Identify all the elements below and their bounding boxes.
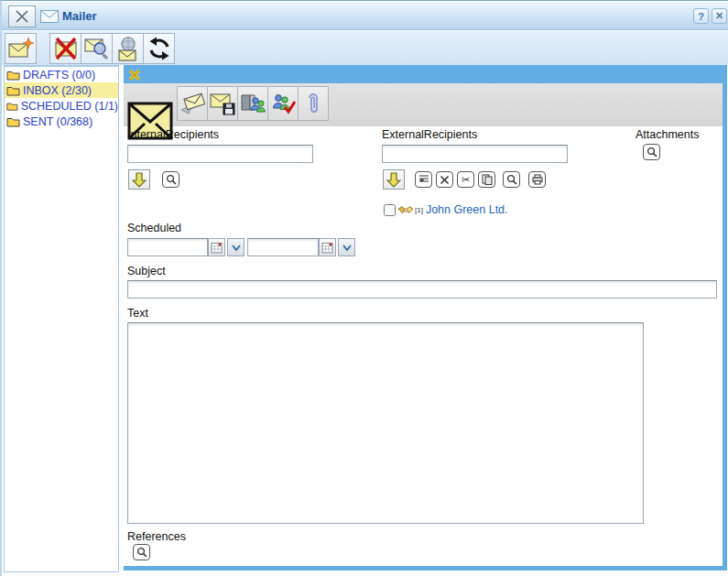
panel-close-icon[interactable] [128,69,141,82]
contacts-check-icon [270,92,296,115]
select-contacts-button[interactable] [267,86,299,121]
address-book-icon [240,92,266,115]
panel-tab-strip [124,67,723,83]
chevron-down-icon [342,245,352,251]
attachments-search-button[interactable] [643,144,660,160]
external-search-button[interactable] [503,171,520,188]
attachments-label: Attachments [636,128,699,141]
internal-search-button[interactable] [162,171,179,188]
sidebar-item-scheduled[interactable]: SCHEDULED (1/1) [5,98,118,114]
internal-add-button[interactable] [128,169,150,190]
panel-toolbar [124,83,723,126]
save-draft-button[interactable] [207,86,238,121]
magnifier-icon [506,174,517,185]
folder-icon [6,70,20,81]
sidebar-item-sent[interactable]: SENT (0/368) [5,114,118,129]
scheduled-date-calendar-button[interactable] [208,238,225,256]
help-button[interactable]: ? [693,8,709,24]
handshake-icon [398,205,413,215]
main-toolbar [2,31,728,65]
send-mail-icon [179,92,205,115]
mail-icon [40,10,59,23]
external-recipients-input[interactable] [382,145,568,163]
send-message-button[interactable] [177,86,208,121]
x-icon [440,175,450,185]
text-label: Text [127,307,148,320]
down-arrow-icon [132,172,147,188]
references-search-button[interactable] [133,544,150,560]
scheduled-time-picker [247,238,355,256]
address-book-button[interactable] [237,86,268,121]
external-delete-button[interactable] [436,171,453,188]
delete-message-button[interactable] [49,33,81,64]
folder-label: SCHEDULED (1/1) [21,100,118,113]
folder-label: SENT (0/368) [23,115,92,128]
scheduled-date-input[interactable] [127,238,208,256]
external-print-button[interactable] [528,171,546,188]
scheduled-time-input[interactable] [247,238,319,256]
close-x-label: ✕ [715,10,723,22]
internal-recipients-input[interactable] [127,145,313,163]
sidebar-item-drafts[interactable]: DRAFTS (0/0) [5,67,118,82]
copy-icon [482,174,493,185]
internal-recipients-label: InternalRecipients [127,128,219,141]
references-label: References [127,530,186,543]
mailer-window: Mailer ? ✕ [0,0,728,576]
new-mail-icon [8,37,34,60]
refresh-icon [147,37,171,60]
save-mail-icon [210,92,235,115]
external-cut-button[interactable]: ✂ [457,171,474,188]
new-message-button[interactable] [5,33,37,64]
help-label: ? [698,11,704,22]
folder-sidebar: DRAFTS (0/0) INBOX (2/30) SCHEDULED (1/1… [4,65,119,572]
recipient-checkbox[interactable] [384,204,396,216]
scheduled-time-dropdown-button[interactable] [338,238,355,256]
delete-mail-icon [53,37,79,60]
select-all-icon [418,174,429,185]
external-add-button[interactable] [383,169,405,190]
magnifier-icon [647,147,657,158]
search-mail-icon [84,37,110,60]
close-icon [14,9,30,24]
message-text-area[interactable] [127,322,644,524]
sidebar-item-inbox[interactable]: INBOX (2/30) [5,82,118,98]
recipient-index-marker: [1] [415,206,423,214]
folder-icon [6,85,20,96]
refresh-button[interactable] [143,33,175,64]
search-messages-button[interactable] [81,33,113,64]
scheduled-date-picker [127,238,244,256]
folder-icon [6,116,20,127]
external-copy-button[interactable] [478,171,495,188]
folder-label: DRAFTS (0/0) [23,69,95,82]
subject-input[interactable] [127,280,717,299]
titlebar-close-button[interactable]: ✕ [712,8,727,24]
recipient-link[interactable]: John Green Ltd. [426,203,508,216]
magnifier-icon [136,547,147,558]
scheduled-date-dropdown-button[interactable] [227,238,244,256]
paperclip-icon [305,91,321,116]
recipient-suggestion-row: [1] John Green Ltd. [384,203,508,216]
subject-label: Subject [127,265,166,277]
title-bar: Mailer ? ✕ [2,2,728,30]
window-close-button[interactable] [8,5,36,27]
external-select-all-button[interactable] [415,171,432,188]
scheduled-label: Scheduled [127,222,181,234]
printer-icon [532,174,543,185]
folder-label: INBOX (2/30) [23,84,92,97]
scissors-icon: ✂ [462,175,470,185]
attach-file-button[interactable] [298,86,329,121]
send-receive-web-button[interactable] [112,33,144,64]
compose-panel: InternalRecipients ExternalRecipients [124,65,727,571]
globe-mail-icon [115,37,141,61]
down-arrow-icon [386,172,401,188]
scheduled-time-calendar-button[interactable] [319,238,336,256]
calendar-icon [211,242,223,254]
folder-icon [6,101,18,112]
magnifier-icon [166,174,177,185]
calendar-icon [321,242,333,254]
chevron-down-icon [232,245,241,251]
window-title: Mailer [62,9,97,23]
external-recipients-label: ExternalRecipients [382,128,477,141]
